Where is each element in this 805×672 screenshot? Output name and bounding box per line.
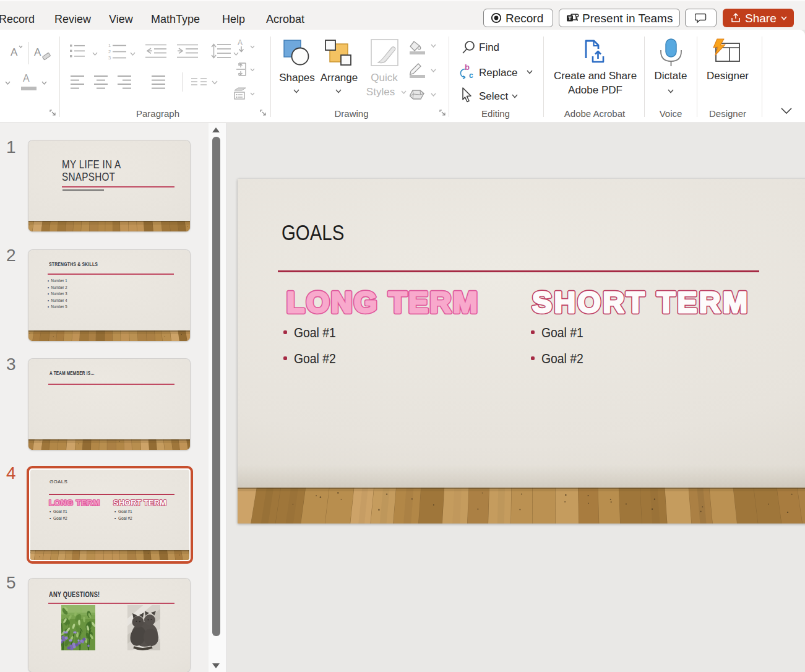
svg-text:SHORT TERM: SHORT TERM xyxy=(532,286,749,319)
svg-text:LONG TERM: LONG TERM xyxy=(49,498,100,507)
svg-text:1: 1 xyxy=(108,43,111,48)
svg-text:LONG TERM: LONG TERM xyxy=(286,286,479,319)
svg-text:b: b xyxy=(465,63,470,72)
svg-text:A: A xyxy=(238,38,243,47)
svg-text:2: 2 xyxy=(108,49,111,54)
svg-text:3: 3 xyxy=(108,55,111,60)
svg-text:SHORT TERM: SHORT TERM xyxy=(113,498,166,507)
svg-text:c: c xyxy=(469,71,473,80)
